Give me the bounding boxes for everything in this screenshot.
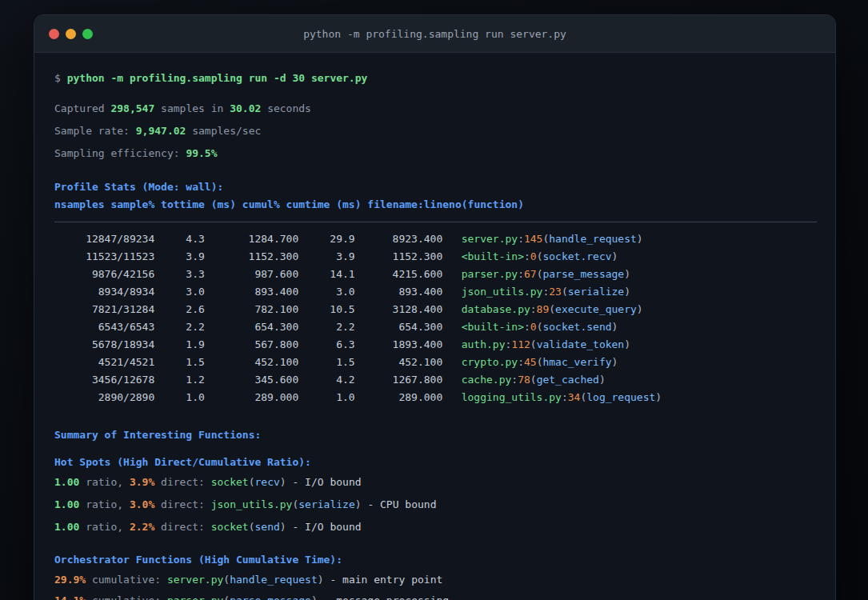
col-cumul-pct: 4.2 xyxy=(298,371,354,389)
close-paren: ) xyxy=(624,268,630,280)
function-name: log_request xyxy=(586,391,655,403)
col-sample-pct: 1.9 xyxy=(154,336,205,354)
hot-spot-item: 1.00 ratio, 3.9% direct: socket(recv) - … xyxy=(54,474,835,491)
col-cumul-pct: 1.0 xyxy=(298,389,354,406)
line-number: 78 xyxy=(518,374,530,386)
hot-spots-heading: Hot Spots (High Direct/Cumulative Ratio)… xyxy=(54,454,835,471)
close-paren: ) xyxy=(318,574,324,586)
hot-spot-item: 1.00 ratio, 3.0% direct: json_utils.py(s… xyxy=(54,496,835,514)
col-location: parser.py:67(parse_message) xyxy=(462,268,630,280)
sample-rate-unit: samples/sec xyxy=(186,125,261,137)
command-line: $ python -m profiling.sampling run -d 30… xyxy=(54,70,835,87)
line-number: 0 xyxy=(530,321,537,333)
line-number: 67 xyxy=(524,268,537,280)
open-paren: ( xyxy=(223,594,230,600)
line-number: 145 xyxy=(524,233,542,245)
ratio-label: ratio, xyxy=(79,476,130,488)
sample-rate-value: 9,947.02 xyxy=(136,125,186,137)
sample-rate-line: Sample rate: 9,947.02 samples/sec xyxy=(54,122,835,140)
captured-line: Captured 298,547 samples in 30.02 second… xyxy=(54,100,835,118)
colon: : xyxy=(518,233,524,245)
colon: : xyxy=(518,356,524,368)
function-name: hmac_verify xyxy=(542,356,611,368)
role-note: - main entry point xyxy=(324,574,443,586)
close-paren: ) xyxy=(612,356,618,368)
summary-heading: Summary of Interesting Functions: xyxy=(54,426,835,444)
close-paren: ) xyxy=(624,286,630,298)
direct-label: direct: xyxy=(154,476,210,488)
efficiency-value: 99.5% xyxy=(186,147,217,159)
line-number: 0 xyxy=(530,250,537,262)
file-name: cache.py xyxy=(462,374,512,386)
maximize-button[interactable] xyxy=(82,29,93,39)
col-tottime: 1152.300 xyxy=(205,248,298,266)
col-cumtime: 1152.300 xyxy=(355,248,443,266)
col-cumul-pct: 2.2 xyxy=(298,318,354,336)
table-row: 8934/89343.0893.4003.0893.400json_utils.… xyxy=(54,283,835,301)
col-cumul-pct: 6.3 xyxy=(298,336,354,354)
target-name: json_utils.py xyxy=(211,498,293,510)
col-cumtime: 452.100 xyxy=(355,354,443,371)
colon: : xyxy=(511,374,518,386)
open-paren: ( xyxy=(249,521,255,533)
target-name: socket xyxy=(211,521,249,533)
titlebar[interactable]: python -m profiling.sampling run server.… xyxy=(34,15,835,53)
col-location: <built-in>:0(socket.recv) xyxy=(462,250,618,262)
function-name: socket.recv xyxy=(542,250,611,262)
col-sample-pct: 1.5 xyxy=(154,354,205,371)
col-cumtime: 1267.800 xyxy=(355,371,443,389)
orchestrator-heading: Orchestrator Functions (High Cumulative … xyxy=(54,551,835,569)
direct-pct: 2.2% xyxy=(130,521,154,533)
function-name: serialize xyxy=(568,286,624,298)
call-name: send xyxy=(255,521,280,533)
colon: : xyxy=(524,321,530,333)
col-cumtime: 289.000 xyxy=(355,389,443,406)
function-name: get_cached xyxy=(537,374,599,386)
col-sample-pct: 1.2 xyxy=(154,371,205,389)
col-tottime: 782.100 xyxy=(205,301,298,318)
col-nsamples: 4521/4521 xyxy=(54,354,154,371)
table-row: 3456/126781.2345.6004.21267.800cache.py:… xyxy=(54,371,835,389)
file-name: server.py xyxy=(462,233,518,245)
col-tottime: 567.800 xyxy=(205,336,298,354)
col-location: server.py:145(handle_request) xyxy=(462,233,643,245)
col-nsamples: 12847/89234 xyxy=(54,230,154,248)
col-nsamples: 9876/42156 xyxy=(54,266,154,283)
col-sample-pct: 4.3 xyxy=(154,230,205,248)
col-sample-pct: 3.3 xyxy=(154,266,205,283)
colon: : xyxy=(518,268,524,280)
call-name: serialize xyxy=(298,498,354,510)
line-number: 89 xyxy=(537,303,550,315)
traffic-lights xyxy=(34,29,93,39)
col-sample-pct: 3.9 xyxy=(154,248,205,266)
close-paren: ) xyxy=(612,321,618,333)
call-name: parse_message xyxy=(230,594,311,600)
cumulative-label: cumulative: xyxy=(86,574,167,586)
col-tottime: 987.600 xyxy=(205,266,298,283)
line-number: 112 xyxy=(511,338,530,350)
col-tottime: 654.300 xyxy=(205,318,298,336)
desktop-background: python -m profiling.sampling run server.… xyxy=(0,0,868,600)
close-paren: ) xyxy=(311,594,318,600)
line-number: 34 xyxy=(568,391,581,403)
efficiency-label: Sampling efficiency: xyxy=(54,147,186,159)
cumulative-pct: 14.1% xyxy=(54,594,86,600)
samples-count: 298,547 xyxy=(110,102,154,114)
table-row: 5678/189341.9567.8006.31893.400auth.py:1… xyxy=(54,336,835,354)
table-separator xyxy=(54,222,817,222)
minimize-button[interactable] xyxy=(66,29,76,39)
file-name: auth.py xyxy=(462,338,506,350)
function-name: validate_token xyxy=(537,338,625,350)
close-button[interactable] xyxy=(49,29,59,39)
bound-note: - I/O bound xyxy=(286,521,362,533)
file-name: database.py xyxy=(462,303,530,315)
file-name: logging_utils.py xyxy=(462,391,562,403)
ratio-label: ratio, xyxy=(79,521,130,533)
open-paren: ( xyxy=(562,286,568,298)
file-name: <built-in> xyxy=(462,250,524,262)
col-location: database.py:89(execute_query) xyxy=(462,303,643,315)
col-cumul-pct: 14.1 xyxy=(298,266,354,283)
close-paren: ) xyxy=(355,498,362,510)
col-cumtime: 4215.600 xyxy=(355,266,443,283)
col-tottime: 452.100 xyxy=(205,354,298,371)
